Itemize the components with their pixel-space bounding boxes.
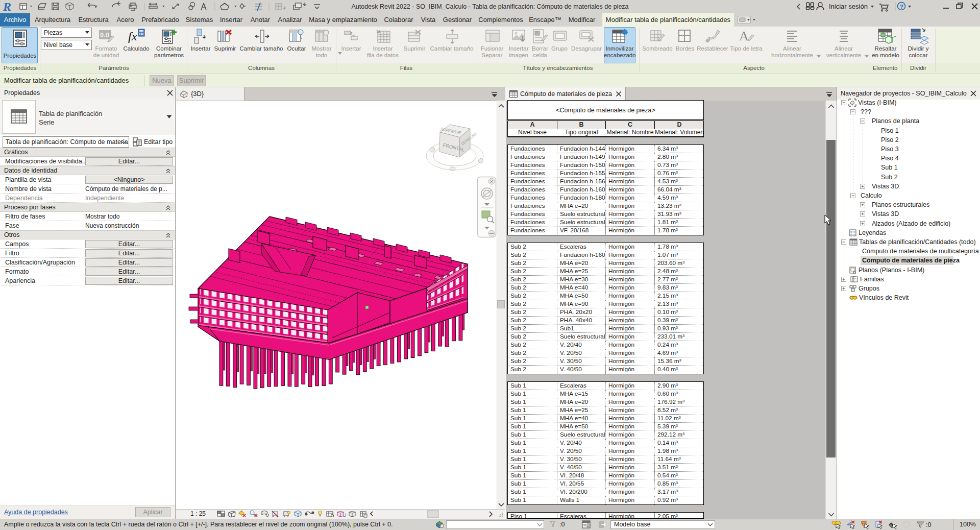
svg-text:Iniciar sesión: Iniciar sesión [829,3,868,10]
svg-text:fx: fx [128,30,137,43]
svg-text:R: R [3,0,11,13]
svg-text:A: A [739,29,749,43]
svg-text:?: ? [900,4,903,10]
svg-text::0: :0 [926,521,931,528]
svg-text:0.0: 0.0 [100,31,109,39]
